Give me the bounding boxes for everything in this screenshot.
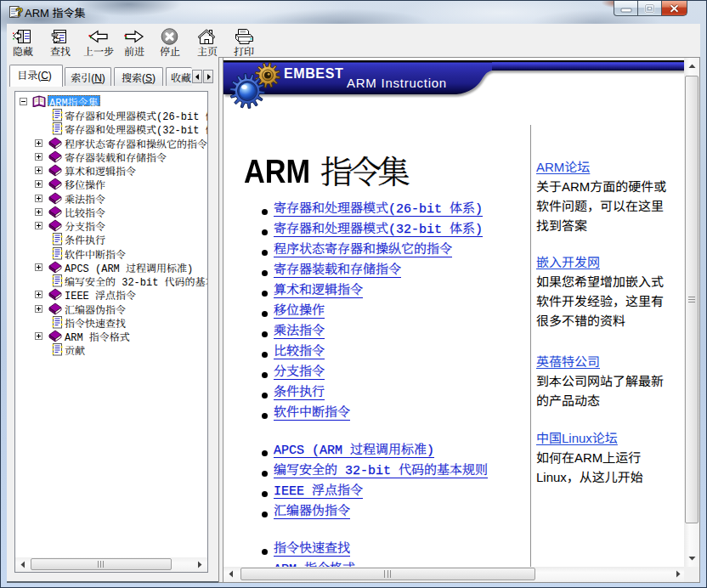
svg-text:?: ? [15, 4, 23, 19]
